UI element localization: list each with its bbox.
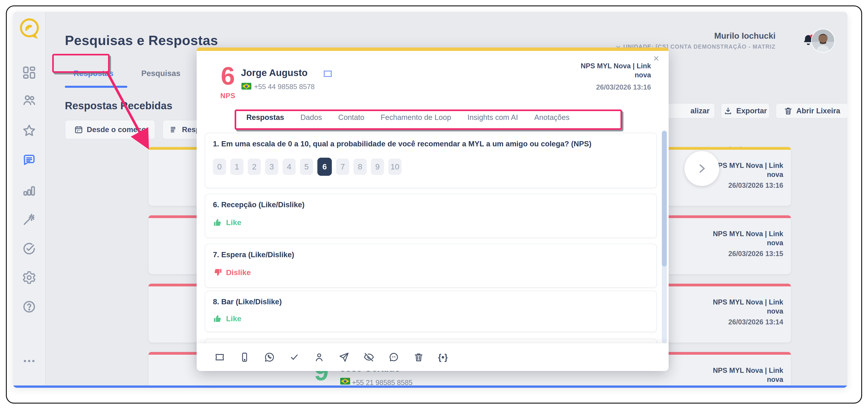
magic-wand-icon[interactable]: [22, 212, 36, 227]
modal-contact-phone: +55 44 98585 8578: [254, 83, 315, 91]
nps-scale: 0 1 2 3 4 5 6 7 8 9 10: [213, 158, 401, 176]
close-icon[interactable]: ×: [653, 53, 659, 63]
refresh-label: alizar: [690, 107, 710, 115]
thumbs-up-icon: [213, 217, 222, 227]
modal-contact-name: Jorge Augusto: [241, 67, 308, 78]
bar-chart-icon[interactable]: [22, 183, 36, 198]
help-icon[interactable]: [22, 299, 36, 314]
question-card-nps: 1. Em uma escala de 0 a 10, qual a proba…: [205, 133, 657, 188]
question-card-bar: 8. Bar (Like/Dislike) Like: [205, 291, 657, 332]
chat-icon[interactable]: [22, 153, 36, 167]
scale-option[interactable]: 3: [265, 158, 278, 175]
calendar-icon: [74, 125, 83, 134]
section-heading: Respostas Recebidas: [65, 99, 173, 112]
answer-like: Like: [213, 217, 241, 227]
question-title: 8. Bar (Like/Dislike): [213, 297, 650, 306]
check-circle-icon[interactable]: [22, 241, 36, 256]
thumbs-up-icon: [213, 314, 222, 323]
modal-timestamp: 26/03/2026 13:16: [493, 83, 651, 91]
modal-nps-label: NPS: [214, 92, 241, 100]
scrollbar-thumb[interactable]: [662, 131, 667, 266]
avatar[interactable]: [812, 29, 834, 52]
send-icon[interactable]: [339, 352, 349, 362]
answer-dislike: Dislike: [213, 268, 251, 277]
ticket-icon[interactable]: [322, 68, 333, 79]
user-icon[interactable]: [314, 352, 324, 362]
more-icon[interactable]: [22, 354, 36, 368]
scale-option[interactable]: 9: [371, 158, 384, 175]
scale-option[interactable]: 4: [283, 158, 296, 175]
answer-like: Like: [213, 314, 241, 323]
modal-survey-name: NPS MYL Nova | Link nova: [493, 61, 651, 80]
scale-option[interactable]: 8: [353, 158, 367, 175]
ticket-icon[interactable]: [214, 352, 225, 362]
collapse-panel-button[interactable]: [684, 151, 719, 186]
date-filter-button[interactable]: Desde o começo: [65, 120, 155, 139]
dashboard-icon[interactable]: [22, 65, 36, 80]
thumbs-down-icon: [213, 268, 222, 277]
scale-option[interactable]: 7: [336, 158, 349, 175]
trash-icon: [784, 106, 793, 115]
scale-option[interactable]: 10: [388, 158, 401, 175]
settings-icon[interactable]: [22, 270, 36, 285]
question-card-recepcao: 6. Recepção (Like/Dislike) Like: [205, 194, 657, 238]
question-title: 6. Recepção (Like/Dislike): [213, 200, 650, 209]
open-trash-button[interactable]: Abrir Lixeira: [776, 103, 847, 119]
response-detail-modal: × 6 NPS Jorge Augusto +55 44 98585 8578 …: [197, 48, 669, 371]
whatsapp-icon[interactable]: [264, 352, 275, 362]
annotation-box-modal-tabs: [235, 110, 622, 130]
check-icon[interactable]: [289, 352, 300, 362]
answer-label: Like: [226, 218, 241, 227]
scale-option[interactable]: 5: [300, 158, 313, 175]
brazil-flag-icon: [340, 378, 350, 385]
quote-bubble-icon[interactable]: [388, 352, 399, 362]
user-name[interactable]: Murilo Iochucki: [714, 31, 776, 41]
brazil-flag-icon: [241, 83, 251, 90]
scale-option[interactable]: 2: [248, 158, 261, 175]
active-tab-underline: [65, 86, 127, 88]
bottom-accent-bar: [13, 385, 847, 388]
modal-nps-score: 6: [214, 63, 241, 89]
answer-label: Like: [226, 314, 241, 323]
export-button[interactable]: Exportar: [721, 103, 770, 119]
question-title: 1. Em uma escala de 0 a 10, qual a proba…: [213, 140, 650, 148]
download-icon: [723, 106, 733, 115]
answer-label: Dislike: [226, 268, 251, 277]
list-icon: [169, 125, 178, 134]
date-filter-label: Desde o começo: [87, 125, 146, 134]
question-title: 7. Espera (Like/Dislike): [213, 251, 650, 259]
app-logo[interactable]: [17, 16, 43, 42]
export-label: Exportar: [736, 107, 767, 115]
annotation-box-respostas-tab: [52, 54, 110, 73]
scale-option[interactable]: 0: [213, 158, 226, 175]
scale-option[interactable]: 1: [230, 158, 243, 175]
star-icon[interactable]: [22, 123, 36, 138]
modal-scrollbar[interactable]: [662, 131, 667, 343]
modal-footer-toolbar: {•}: [197, 343, 669, 371]
scale-option-selected[interactable]: 6: [317, 158, 332, 176]
mobile-icon[interactable]: [239, 352, 250, 362]
sidebar: [13, 12, 46, 388]
users-icon[interactable]: [22, 93, 36, 108]
modal-accent-bar: [197, 48, 669, 51]
screenshot-stage: Pesquisas e Respostas Murilo Iochucki UN…: [0, 0, 868, 409]
eye-off-icon[interactable]: [364, 352, 374, 362]
open-trash-label: Abrir Lixeira: [796, 107, 840, 115]
page-title: Pesquisas e Respostas: [65, 33, 218, 48]
trash-icon[interactable]: [413, 352, 424, 362]
question-card-espera: 7. Espera (Like/Dislike) Dislike: [205, 244, 657, 288]
braces-icon[interactable]: {•}: [438, 352, 448, 362]
tab-pesquisas[interactable]: Pesquisas: [141, 69, 180, 78]
chevron-right-icon: [695, 162, 708, 175]
